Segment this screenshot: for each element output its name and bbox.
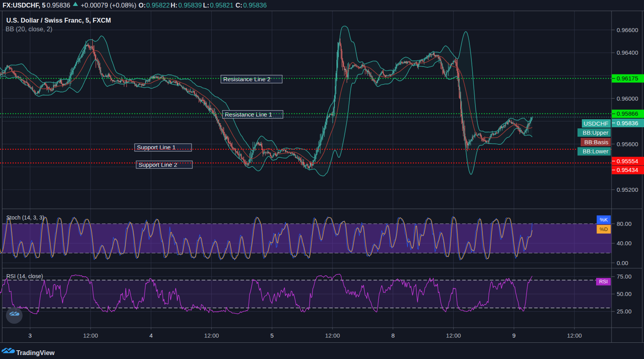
svg-text:0.95866: 0.95866 <box>617 110 638 117</box>
svg-text:BB:Lower: BB:Lower <box>583 148 608 155</box>
svg-text:Stoch (14, 3, 3): Stoch (14, 3, 3) <box>6 214 44 221</box>
svg-text:0.95836: 0.95836 <box>617 120 638 126</box>
svg-text:USDCHF: USDCHF <box>584 120 609 127</box>
svg-text:3: 3 <box>28 332 32 339</box>
svg-text:12:00: 12:00 <box>446 332 461 339</box>
svg-text:Support Line 2: Support Line 2 <box>139 161 177 168</box>
svg-text:4: 4 <box>149 332 152 339</box>
svg-text:0.96400: 0.96400 <box>617 49 638 56</box>
svg-text:25.00: 25.00 <box>617 308 632 315</box>
svg-text:Resistance Line 2: Resistance Line 2 <box>223 76 270 82</box>
svg-text:40.00: 40.00 <box>617 240 632 246</box>
svg-text:BB:Basis: BB:Basis <box>584 139 608 145</box>
svg-text:0.96175: 0.96175 <box>617 75 638 82</box>
svg-text:0.95200: 0.95200 <box>617 186 638 193</box>
svg-text:RSI: RSI <box>599 279 608 285</box>
svg-text:Resistance Line 1: Resistance Line 1 <box>225 111 272 118</box>
svg-text:U.S. Dollar / Swiss Franc, 5,: U.S. Dollar / Swiss Franc, 5, FXCM <box>6 17 111 24</box>
svg-text:80.00: 80.00 <box>617 220 632 227</box>
svg-text:12:00: 12:00 <box>567 332 582 339</box>
svg-text:TradingView: TradingView <box>16 349 55 356</box>
svg-text:0.00: 0.00 <box>617 260 628 266</box>
svg-text:12:00: 12:00 <box>83 332 98 339</box>
svg-text:0.95554: 0.95554 <box>617 158 638 164</box>
svg-text:12:00: 12:00 <box>325 332 340 339</box>
svg-text:%K: %K <box>600 217 608 223</box>
svg-text:RSI (14, close): RSI (14, close) <box>6 273 43 279</box>
svg-text:0.95600: 0.95600 <box>617 141 638 147</box>
svg-text:5: 5 <box>270 332 274 339</box>
svg-text:0.95434: 0.95434 <box>617 166 638 173</box>
svg-text:8: 8 <box>391 332 395 339</box>
svg-text:75.00: 75.00 <box>617 273 632 280</box>
svg-text:0.96600: 0.96600 <box>617 27 638 33</box>
svg-text:BB (20, close, 2): BB (20, close, 2) <box>6 26 52 32</box>
svg-text:%D: %D <box>600 226 608 232</box>
svg-text:0.96000: 0.96000 <box>617 95 638 102</box>
svg-text:12:00: 12:00 <box>204 332 219 339</box>
svg-text:FX:USDCHF, 5: FX:USDCHF, 5 <box>3 2 46 9</box>
svg-text:9: 9 <box>512 332 515 339</box>
svg-text:50.00: 50.00 <box>617 290 632 297</box>
svg-text:BB:Upper: BB:Upper <box>583 129 608 136</box>
